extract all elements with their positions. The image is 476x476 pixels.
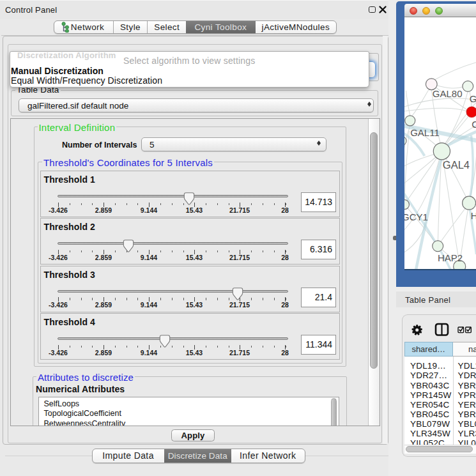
svg-text:GCY1: GCY1 xyxy=(404,211,428,222)
svg-text:H: H xyxy=(470,210,476,221)
svg-text:GAL11: GAL11 xyxy=(410,127,440,138)
svg-text:C: C xyxy=(472,119,476,130)
svg-text:GAL80: GAL80 xyxy=(432,88,462,99)
svg-text:GA: GA xyxy=(469,93,476,104)
svg-text:HAP2: HAP2 xyxy=(438,252,463,263)
svg-text:GAL4: GAL4 xyxy=(442,159,469,171)
